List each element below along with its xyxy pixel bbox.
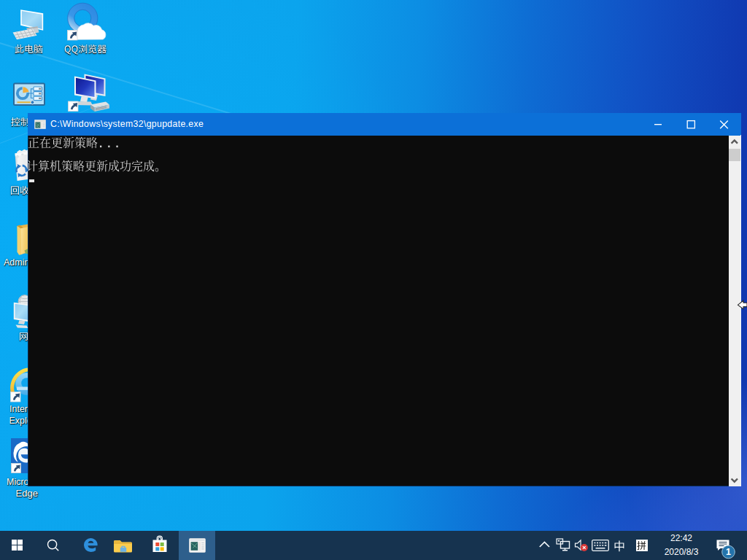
svg-text:1: 1 (726, 547, 731, 557)
